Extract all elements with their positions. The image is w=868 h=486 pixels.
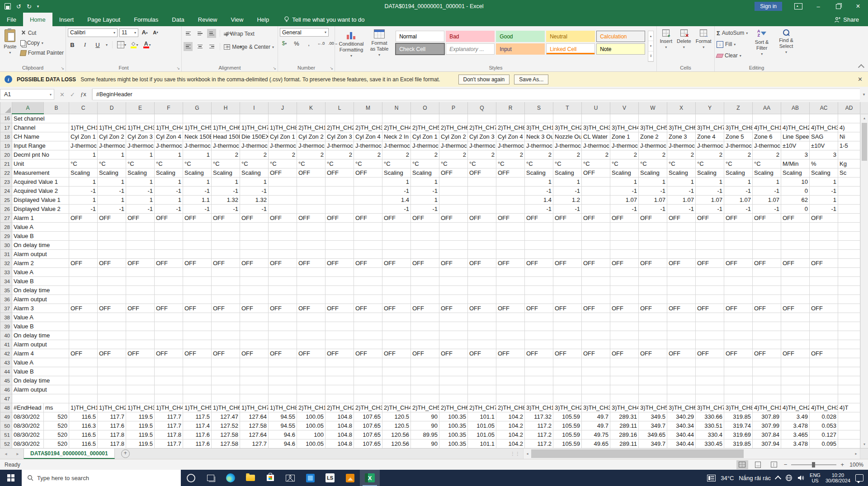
- font-color-button[interactable]: A▾: [142, 40, 151, 49]
- cell-C51[interactable]: 116.5: [69, 430, 98, 439]
- cell-O41[interactable]: [411, 340, 439, 349]
- column-header-N[interactable]: N: [382, 102, 411, 114]
- cell-Z43[interactable]: [724, 358, 753, 367]
- cell-I33[interactable]: [240, 268, 269, 277]
- cell-Q24[interactable]: [468, 187, 496, 196]
- cell-B49[interactable]: 520: [44, 412, 69, 421]
- cell-C31[interactable]: [69, 250, 98, 259]
- cell-R27[interactable]: OFF: [496, 214, 525, 223]
- column-header-Y[interactable]: Y: [696, 102, 724, 114]
- cell-Z36[interactable]: [724, 295, 753, 304]
- cell-J24[interactable]: [269, 187, 297, 196]
- cell-AD48[interactable]: 4)T: [838, 403, 860, 412]
- font-name-combo[interactable]: Calibri▾: [68, 28, 118, 37]
- cell-I49[interactable]: 127.64: [240, 412, 269, 421]
- cell-W32[interactable]: OFF: [639, 259, 667, 268]
- cell-R33[interactable]: [496, 268, 525, 277]
- cell-W38[interactable]: [639, 313, 667, 322]
- cell-AA20[interactable]: 2: [753, 150, 781, 159]
- cell-F45[interactable]: [155, 376, 183, 385]
- cell-AB28[interactable]: [781, 223, 810, 232]
- cell-W19[interactable]: J-thermoc: [639, 141, 667, 150]
- cell-E17[interactable]: 1)TH_CH3: [126, 123, 155, 132]
- cell-I34[interactable]: [240, 277, 269, 286]
- row-header-19[interactable]: 19: [0, 141, 12, 150]
- cell-E20[interactable]: 1: [126, 150, 155, 159]
- cell-T19[interactable]: J-thermoc: [553, 141, 582, 150]
- row-header-24[interactable]: 24: [0, 187, 12, 196]
- tab-view[interactable]: View: [224, 13, 250, 26]
- cell-F52[interactable]: 117.7: [155, 439, 183, 449]
- cell-U50[interactable]: 49.7: [582, 421, 610, 430]
- customize-qat-icon[interactable]: ▾: [37, 4, 39, 9]
- cell-H17[interactable]: 1)TH_CH6: [212, 123, 240, 132]
- cell-S25[interactable]: 1.4: [525, 196, 553, 205]
- cell-K27[interactable]: OFF: [297, 214, 326, 223]
- cell-C21[interactable]: °C: [69, 159, 98, 168]
- cell-O51[interactable]: 89.95: [411, 430, 439, 439]
- style-normal[interactable]: Normal: [396, 31, 444, 42]
- paste-button[interactable]: Paste ▾: [2, 28, 19, 64]
- pictures-app-icon[interactable]: [340, 470, 360, 486]
- cell-I23[interactable]: 1: [240, 178, 269, 187]
- cell-AC41[interactable]: [810, 340, 838, 349]
- cell-V44[interactable]: [610, 367, 639, 376]
- bottom-align-icon[interactable]: [207, 29, 216, 38]
- cell-AB24[interactable]: 0: [781, 187, 810, 196]
- cell-S49[interactable]: 117.32: [525, 412, 553, 421]
- cell-AA52[interactable]: 307.94: [753, 439, 781, 449]
- cell-P32[interactable]: OFF: [439, 259, 468, 268]
- cell-W23[interactable]: 1: [639, 178, 667, 187]
- cell-Q38[interactable]: [468, 313, 496, 322]
- cell-Y26[interactable]: -1: [696, 205, 724, 214]
- cell-L28[interactable]: [326, 223, 354, 232]
- cell-A52[interactable]: 08/30/202: [12, 439, 44, 449]
- column-header-K[interactable]: K: [297, 102, 326, 114]
- excel-icon[interactable]: X: [360, 470, 380, 486]
- cell-W17[interactable]: 3)TH_CH5: [639, 123, 667, 132]
- cell-N29[interactable]: [382, 232, 411, 241]
- cell-O45[interactable]: [411, 376, 439, 385]
- cell-D20[interactable]: 1: [98, 150, 126, 159]
- cell-I28[interactable]: [240, 223, 269, 232]
- cell-F22[interactable]: Scaling: [155, 168, 183, 178]
- cell-AB46[interactable]: [781, 385, 810, 394]
- cell-AC36[interactable]: [810, 295, 838, 304]
- cell-N34[interactable]: [382, 277, 411, 286]
- cell-K50[interactable]: 100.05: [297, 421, 326, 430]
- cell-T22[interactable]: Scaling: [553, 168, 582, 178]
- edge-icon[interactable]: [221, 470, 241, 486]
- cell-AD38[interactable]: [838, 313, 860, 322]
- cell-AA21[interactable]: °C: [753, 159, 781, 168]
- cell-AC28[interactable]: [810, 223, 838, 232]
- cell-L31[interactable]: [326, 250, 354, 259]
- cell-Z34[interactable]: [724, 277, 753, 286]
- cell-A16[interactable]: Set channel: [12, 114, 69, 123]
- cell-I38[interactable]: [240, 313, 269, 322]
- cell-Y31[interactable]: [696, 250, 724, 259]
- scroll-left-icon[interactable]: ◂: [524, 449, 531, 459]
- cell-AA41[interactable]: [753, 340, 781, 349]
- cell-E31[interactable]: [126, 250, 155, 259]
- cell-E41[interactable]: [126, 340, 155, 349]
- cell-P25[interactable]: [439, 196, 468, 205]
- horizontal-scroll-thumb[interactable]: [531, 449, 744, 458]
- cell-Q31[interactable]: [468, 250, 496, 259]
- style-input[interactable]: Input: [496, 43, 545, 55]
- cell-AB20[interactable]: 3: [781, 150, 810, 159]
- cell-T23[interactable]: 1: [553, 178, 582, 187]
- cell-E26[interactable]: -1: [126, 205, 155, 214]
- cell-C20[interactable]: 1: [69, 150, 98, 159]
- cell-L25[interactable]: [326, 196, 354, 205]
- cell-Y18[interactable]: Zone 4: [696, 132, 724, 141]
- cell-AB23[interactable]: 10: [781, 178, 810, 187]
- style-good[interactable]: Good: [496, 31, 545, 42]
- cell-E39[interactable]: [126, 322, 155, 331]
- cell-AB26[interactable]: 0: [781, 205, 810, 214]
- cell-Q25[interactable]: [468, 196, 496, 205]
- cell-U43[interactable]: [582, 358, 610, 367]
- cell-Y39[interactable]: [696, 322, 724, 331]
- sort-filter-button[interactable]: AZ Sort & Filter▾: [751, 28, 772, 64]
- cell-AD32[interactable]: [838, 259, 860, 268]
- cell-W27[interactable]: OFF: [639, 214, 667, 223]
